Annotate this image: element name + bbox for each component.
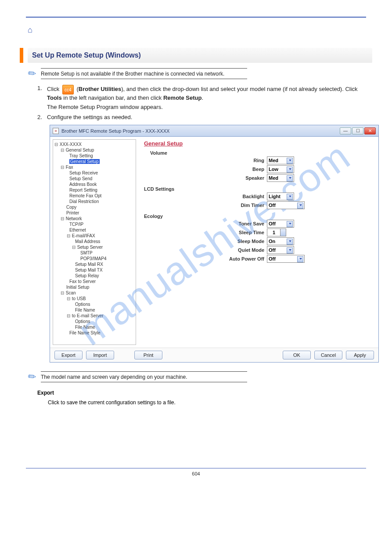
select-ring-value: Med	[269, 158, 278, 163]
tree-address-book[interactable]: Address Book	[69, 182, 97, 187]
note-text-2: The model name and screen vary depending…	[41, 373, 372, 382]
select-speaker-value: Med	[269, 175, 278, 181]
select-backlight-value: Light	[269, 194, 281, 199]
select-auto-power-off[interactable]: Off	[267, 255, 305, 263]
tree-mail-address[interactable]: Mail Address	[75, 239, 100, 244]
print-button[interactable]: Print	[134, 351, 162, 359]
tree-filename-email[interactable]: File Name	[75, 325, 95, 330]
tree-smtp[interactable]: SMTP	[80, 250, 93, 255]
export-label: Export	[37, 390, 54, 396]
page-number: 604	[20, 471, 372, 476]
note-rule-bottom-2	[41, 382, 247, 382]
tree-setup-relay[interactable]: Setup Relay	[75, 273, 99, 278]
tree-options-usb[interactable]: Options	[75, 302, 90, 307]
step1-text-d: in the left navigation bar, and then cli…	[62, 94, 163, 101]
tree-fax-to-server[interactable]: Fax to Server	[69, 279, 96, 284]
tree-copy[interactable]: Copy	[66, 205, 76, 210]
tree-to-email-server[interactable]: to E-mail Server	[72, 313, 104, 318]
tree-setup-receive[interactable]: Setup Receive	[69, 170, 98, 175]
note-rule-bottom	[41, 79, 247, 79]
tree-filename-style[interactable]: File Name Style	[69, 330, 101, 335]
select-quiet-mode-value: Off	[269, 247, 276, 253]
tree-general-setup-selected[interactable]: General Setup	[69, 159, 100, 164]
tree-setup-mail-rx[interactable]: Setup Mail RX	[75, 262, 103, 267]
select-quiet-mode[interactable]: Off	[267, 246, 294, 254]
step1-text-a: Click	[47, 86, 61, 92]
tree-root[interactable]: XXX-XXXX	[60, 142, 82, 147]
spin-sleep-time-value: 1	[273, 230, 275, 235]
select-sleep-mode-value: On	[269, 239, 275, 244]
step-2: 2. Configure the settings as needed.	[37, 114, 372, 120]
select-auto-power-off-value: Off	[269, 256, 276, 261]
step1-text-e: .	[201, 94, 203, 101]
select-toner-save[interactable]: Off	[267, 220, 294, 228]
tree-initial-setup[interactable]: Initial Setup	[66, 285, 89, 290]
dialog-titlebar: ¤ Brother MFC Remote Setup Program - XXX…	[50, 125, 378, 137]
select-backlight[interactable]: Light	[267, 192, 294, 200]
tree-scan[interactable]: Scan	[66, 290, 76, 295]
step1-text-c: ), and then click the drop-down list and…	[121, 86, 357, 92]
maximize-button[interactable]: ☐	[352, 127, 363, 134]
note-block-2: ✎ The model name and screen vary dependi…	[29, 371, 372, 384]
tree-to-usb[interactable]: to USB	[72, 296, 86, 301]
bottom-rule	[26, 468, 366, 468]
tree-network[interactable]: Network	[66, 216, 82, 221]
step-number: 2.	[37, 114, 47, 120]
label-beep: Beep	[144, 167, 267, 172]
label-auto-power-off: Auto Power Off	[144, 256, 267, 261]
select-speaker[interactable]: Med	[267, 174, 294, 182]
select-toner-save-value: Off	[269, 221, 276, 226]
tree-remote-fax-opt[interactable]: Remote Fax Opt	[69, 193, 101, 198]
tree-general-setup[interactable]: General Setup	[66, 148, 94, 152]
pencil-icon: ✎	[25, 67, 40, 81]
section-volume: Volume	[150, 150, 167, 156]
home-icon[interactable]: ⌂	[28, 25, 32, 35]
tree-options-email[interactable]: Options	[75, 319, 90, 324]
tree-ethernet[interactable]: Ethernet	[69, 228, 86, 232]
step-number: 1.	[37, 85, 47, 91]
minimize-button[interactable]: —	[340, 127, 351, 134]
tree-setup-send[interactable]: Setup Send	[69, 176, 92, 181]
label-quiet-mode: Quiet Mode	[144, 247, 267, 253]
spin-sleep-time[interactable]: 1	[267, 229, 286, 236]
section-lcd: LCD Settings	[144, 186, 174, 192]
select-ring[interactable]: Med	[267, 156, 294, 164]
select-dim-timer[interactable]: Off	[267, 201, 305, 209]
tree-printer[interactable]: Printer	[66, 210, 79, 215]
apply-button[interactable]: Apply	[346, 351, 374, 359]
tree-email-ifax[interactable]: E-mail/IFAX	[72, 233, 95, 238]
settings-tree[interactable]: ⊟ XXX-XXXX ⊟ General Setup Tray Setting …	[53, 139, 136, 345]
dialog-footer: Export Import Print OK Cancel Apply	[50, 348, 378, 362]
cc4-icon: cc4	[62, 85, 74, 94]
window-icon: ¤	[53, 128, 59, 134]
tree-setup-mail-tx[interactable]: Setup Mail TX	[75, 268, 103, 272]
tree-tcpip[interactable]: TCP/IP	[69, 222, 83, 227]
select-sleep-mode[interactable]: On	[267, 237, 294, 245]
section-ecology: Ecology	[144, 214, 163, 219]
content-title: General Setup	[144, 140, 373, 147]
note-rule-top	[41, 68, 247, 69]
label-toner-save: Toner Save	[144, 221, 267, 226]
import-button[interactable]: Import	[86, 351, 114, 359]
select-beep[interactable]: Low	[267, 165, 294, 173]
label-dim-timer: Dim Timer	[144, 203, 267, 208]
note-rule-top-2	[41, 371, 247, 372]
tree-tray-setting[interactable]: Tray Setting	[69, 153, 93, 158]
step-list: 1. Click cc4 (Brother Utilities), and th…	[37, 85, 372, 120]
ok-button[interactable]: OK	[283, 351, 311, 359]
label-sleep-mode: Sleep Mode	[144, 239, 267, 244]
close-button[interactable]: ✕	[364, 127, 376, 134]
tree-report-setting[interactable]: Report Setting	[69, 188, 97, 192]
note-text-1: Remote Setup is not available if the Bro…	[41, 70, 372, 79]
pencil-icon: ✎	[25, 370, 40, 385]
cancel-button[interactable]: Cancel	[314, 351, 342, 359]
tree-pop3-imap4[interactable]: POP3/IMAP4	[80, 256, 106, 261]
tree-dial-restriction[interactable]: Dial Restriction	[69, 199, 99, 204]
export-section: Export Click to save the current configu…	[37, 389, 372, 406]
label-ring: Ring	[144, 158, 267, 163]
tree-fax[interactable]: Fax	[66, 165, 73, 170]
tree-setup-server[interactable]: Setup Server	[77, 245, 103, 250]
export-button[interactable]: Export	[54, 351, 83, 359]
label-sleep-time: Sleep Time	[144, 230, 267, 235]
tree-filename-usb[interactable]: File Name	[75, 308, 95, 312]
